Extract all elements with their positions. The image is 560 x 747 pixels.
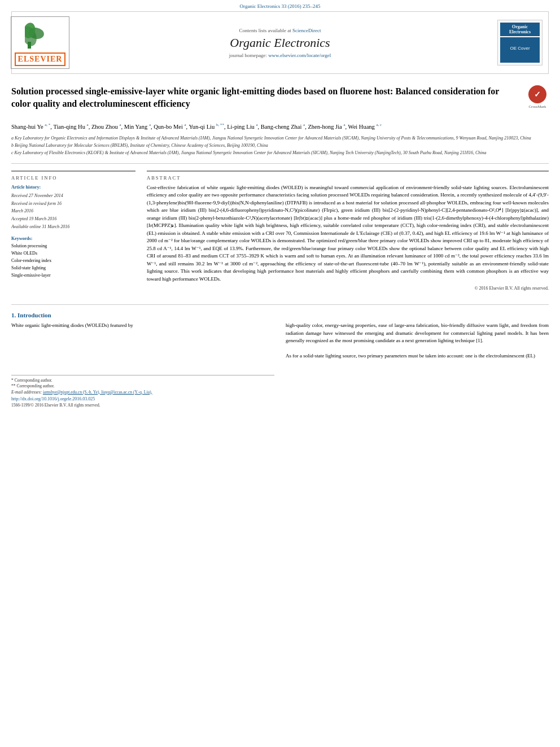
keyword-2: White OLEDs [11, 250, 135, 257]
keywords-list: Solution processing White OLEDs Color-re… [11, 243, 135, 279]
article-history: Article history: Received 27 November 20… [11, 184, 135, 231]
oe-logo: Organic Electronics OE Cover [497, 20, 542, 65]
affiliation-c: c Key Laboratory of Flexible Electronics… [11, 150, 549, 156]
abstract-column: ABSTRACT Cost-effective fabrication of w… [147, 171, 549, 298]
article-info-label: ARTICLE INFO [11, 175, 135, 181]
history-label: Article history: [11, 184, 135, 191]
abstract-section: ABSTRACT Cost-effective fabrication of w… [147, 171, 549, 292]
article-title: Solution processed single-emissive-layer… [11, 85, 526, 111]
keyword-4: Solid-state lighting [11, 265, 135, 272]
abstract-text: Cost-effective fabrication of white orga… [147, 184, 549, 292]
corresponding-author-note: * Corresponding author. ** Corresponding… [11, 378, 274, 396]
intro-left-col: White organic light-emitting diodes (WOL… [11, 322, 274, 408]
accepted-row: Accepted 19 March 2016 [11, 216, 135, 223]
divider-2 [11, 304, 549, 305]
copyright-line: © 2016 Elsevier B.V. All rights reserved… [147, 285, 549, 292]
divider-1 [11, 163, 549, 164]
doi-link[interactable]: http://dx.doi.org/10.1016/j.orgele.2016.… [11, 396, 95, 401]
crossmark-badge[interactable]: ✓ CrossMark [526, 85, 549, 109]
article-info-abstract: ARTICLE INFO Article history: Received 2… [11, 171, 549, 298]
elsevier-wordmark: ELSEVIER [15, 53, 66, 66]
introduction-heading: 1. Introduction [11, 312, 549, 318]
intro-left-text: White organic light-emitting diodes (WOL… [11, 322, 274, 330]
keywords-section: Keywords: Solution processing White OLED… [11, 236, 135, 279]
elsevier-logo-box: ELSEVIER [11, 16, 70, 69]
email-footnote: E-mail addresses: iamshye@njupt.edu.cn (… [11, 390, 274, 396]
available-row: Available online 31 March 2016 [11, 224, 135, 231]
journal-name: Organic Electronics [63, 36, 497, 50]
issn-text: 1566-1199/© 2016 Elsevier B.V. All right… [11, 403, 100, 408]
contents-note: Contents lists available at ScienceDirec… [63, 28, 497, 33]
elsevier-plant-icon [25, 19, 56, 50]
received-row: Received 27 November 2014 [11, 193, 135, 200]
journal-header: ELSEVIER Contents lists available at Sci… [11, 11, 549, 74]
main-content: Solution processed single-emissive-layer… [11, 80, 549, 408]
email-link[interactable]: iamshye@njupt.edu.cn (S.-h. Ye), liuyq@i… [43, 390, 152, 395]
keyword-1: Solution processing [11, 243, 135, 250]
keyword-3: Color-rendering index [11, 257, 135, 265]
affiliation-b: b Beijing National Laboratory for Molecu… [11, 142, 549, 148]
article-info-section: ARTICLE INFO Article history: Received 2… [11, 171, 135, 279]
introduction-two-col: White organic light-emitting diodes (WOL… [11, 322, 549, 408]
crossmark-label: CrossMark [528, 104, 546, 109]
oe-logo-inner: Organic Electronics [500, 23, 540, 36]
journal-homepage: journal homepage: www.elsevier.com/locat… [63, 53, 497, 58]
received-revised-row: Received in revised form 16 March 2016 [11, 200, 135, 215]
sciencedirect-link[interactable]: ScienceDirect [292, 28, 321, 33]
oe-cover-image: OE Cover [500, 37, 540, 63]
article-title-section: Solution processed single-emissive-layer… [11, 80, 549, 116]
authors-list: Shang-hui Ye a, *, Tian-qing Hu a, Zhou … [11, 122, 549, 132]
intro-right-col: high-quality color, energy-saving proper… [286, 322, 549, 408]
journal-header-center: Contents lists available at ScienceDirec… [63, 28, 497, 58]
journal-reference: Organic Electronics 33 (2016) 235–245 [0, 0, 560, 11]
affiliation-a: a Key Laboratory for Organic Electronics… [11, 135, 549, 141]
footnote-section: * Corresponding author. ** Corresponding… [11, 375, 274, 408]
journal-homepage-link[interactable]: www.elsevier.com/locate/orgel [268, 53, 331, 58]
crossmark-icon: ✓ [528, 85, 546, 103]
elsevier-logo: ELSEVIER [18, 16, 63, 69]
intro-right-text: high-quality color, energy-saving proper… [286, 322, 549, 360]
keyword-5: Single-emissive-layer [11, 272, 135, 279]
affiliations: a Key Laboratory for Organic Electronics… [11, 135, 549, 156]
abstract-label: ABSTRACT [147, 175, 549, 181]
keywords-label: Keywords: [11, 236, 135, 241]
svg-text:OE Cover: OE Cover [510, 46, 530, 51]
article-info-column: ARTICLE INFO Article history: Received 2… [11, 171, 135, 298]
introduction-section: 1. Introduction White organic light-emit… [11, 312, 549, 408]
